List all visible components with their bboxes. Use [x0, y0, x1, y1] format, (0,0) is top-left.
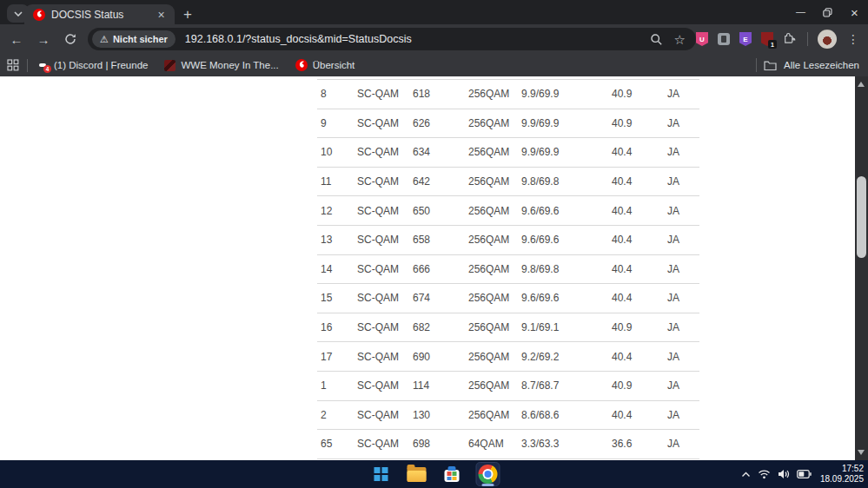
tray-chevron-up-icon[interactable] — [741, 472, 751, 478]
url-text: 192.168.0.1/?status_docsis&mid=StatusDoc… — [185, 33, 650, 45]
table-cell: 9.6/69.6 — [518, 205, 608, 217]
forward-button[interactable]: → — [34, 30, 53, 49]
folder-icon — [764, 60, 777, 71]
windows-logo-icon — [374, 467, 388, 481]
bookmark-star-icon[interactable]: ☆ — [674, 33, 686, 46]
table-cell: 9.1/69.1 — [518, 321, 608, 333]
table-cell: 40.9 — [608, 321, 664, 333]
table-cell: SC-QAM — [354, 321, 409, 333]
table-row: 16SC-QAM682256QAM9.1/69.140.9JA — [317, 313, 699, 342]
table-cell: 256QAM — [465, 205, 518, 217]
microsoft-store-button[interactable] — [440, 462, 464, 486]
extension-red-shield[interactable]: 1 — [761, 32, 773, 46]
scrollbar-thumb[interactable] — [857, 176, 866, 258]
restore-icon — [823, 8, 832, 17]
wifi-icon[interactable] — [758, 469, 771, 479]
start-button[interactable] — [368, 462, 393, 486]
extension-purple-shield-icon[interactable]: E — [739, 32, 752, 46]
table-row: 15SC-QAM674256QAM9.6/69.640.4JA — [317, 283, 699, 313]
table-cell: 8 — [317, 88, 354, 100]
restore-button[interactable] — [814, 0, 841, 24]
table-cell: 17 — [317, 351, 354, 363]
bookmark-label: WWE Money In The... — [181, 60, 278, 70]
chrome-icon — [478, 465, 497, 484]
bookmarks-right-separator — [756, 58, 757, 72]
table-row: 9SC-QAM626256QAM9.9/69.940.9JA — [317, 109, 699, 138]
table-cell: 690 — [409, 351, 465, 363]
table-cell: 698 — [409, 438, 465, 450]
table-cell: SC-QAM — [354, 146, 409, 158]
table-cell: JA — [664, 409, 699, 421]
docsis-channel-table: 8SC-QAM618256QAM9.9/69.940.9JA9SC-QAM626… — [317, 79, 699, 459]
bookmark-discord[interactable]: 4 (1) Discord | Freunde — [36, 59, 148, 71]
extension-gray-icon[interactable] — [718, 33, 730, 45]
table-cell: JA — [664, 146, 699, 158]
table-cell: 9.6/69.6 — [518, 292, 608, 304]
table-row: 14SC-QAM666256QAM9.8/69.840.4JA — [317, 254, 699, 284]
extensions-puzzle-icon[interactable] — [783, 32, 798, 47]
scroll-up-arrow-icon[interactable] — [858, 82, 865, 87]
table-row: 1SC-QAM114256QAM8.7/68.740.9JA — [317, 371, 699, 400]
extension-pink-shield-icon[interactable]: U — [696, 32, 708, 46]
scroll-down-arrow-icon[interactable] — [858, 450, 865, 455]
file-explorer-button[interactable] — [404, 462, 428, 486]
table-cell: 1 — [317, 379, 354, 392]
all-bookmarks-label: Alle Lesezeichen — [784, 60, 859, 70]
battery-icon[interactable] — [797, 470, 812, 478]
table-cell: 9.2/69.2 — [518, 351, 608, 363]
bookmark-uebersicht[interactable]: Übersicht — [295, 59, 355, 71]
table-cell: 666 — [409, 263, 465, 275]
table-cell: SC-QAM — [354, 117, 409, 129]
discord-favicon-icon: 4 — [36, 59, 49, 71]
minimize-button[interactable]: — — [787, 0, 814, 24]
vertical-scrollbar[interactable] — [855, 76, 868, 460]
bookmark-wwe[interactable]: WWE Money In The... — [164, 60, 278, 71]
extension-badge: 1 — [768, 40, 777, 49]
table-cell: SC-QAM — [354, 234, 409, 246]
table-cell: 256QAM — [465, 234, 518, 246]
zoom-icon[interactable] — [650, 33, 663, 46]
address-bar[interactable]: ⚠ Nicht sicher 192.168.0.1/?status_docsi… — [88, 28, 696, 50]
menu-button[interactable]: ⋮ — [846, 32, 860, 46]
security-label: Nicht sicher — [113, 34, 168, 44]
table-cell: 10 — [317, 146, 354, 158]
profile-avatar[interactable] — [818, 30, 837, 49]
table-cell: SC-QAM — [354, 351, 409, 363]
table-cell: 64QAM — [465, 438, 518, 450]
table-cell: 256QAM — [465, 175, 518, 188]
close-window-button[interactable]: × — [841, 0, 868, 24]
table-cell: 40.4 — [608, 292, 664, 304]
table-cell: 11 — [317, 175, 354, 188]
table-cell: SC-QAM — [354, 292, 409, 304]
table-cell: 65 — [317, 438, 354, 450]
table-cell: 114 — [409, 379, 465, 392]
table-cell: 40.9 — [608, 117, 664, 129]
table-cell: 9.9/69.9 — [518, 88, 608, 100]
table-cell: JA — [664, 205, 699, 217]
security-chip[interactable]: ⚠ Nicht sicher — [92, 30, 176, 48]
vodafone-favicon-icon — [33, 9, 45, 21]
tab-close-icon[interactable]: × — [154, 7, 169, 22]
nav-buttons: ← → — [0, 30, 88, 49]
table-cell: JA — [664, 263, 699, 275]
volume-icon[interactable] — [778, 469, 790, 479]
browser-window: DOCSIS Status × + — × ← → — [0, 0, 868, 488]
reload-button[interactable] — [61, 30, 80, 49]
table-cell: 9.8/69.8 — [518, 263, 608, 275]
table-cell: SC-QAM — [354, 205, 409, 217]
new-tab-button[interactable]: + — [177, 4, 198, 24]
tab-docsis-status[interactable]: DOCSIS Status × — [24, 4, 175, 24]
table-cell: 8.6/68.6 — [518, 409, 608, 421]
table-cell: JA — [664, 117, 699, 129]
extension-letter: E — [743, 36, 747, 43]
chrome-taskbar-button[interactable] — [475, 462, 500, 486]
apps-grid-icon[interactable] — [7, 59, 19, 71]
back-button[interactable]: ← — [7, 30, 26, 49]
table-cell: 40.4 — [608, 351, 664, 363]
table-cell: 256QAM — [465, 117, 518, 129]
all-bookmarks[interactable]: Alle Lesezeichen — [756, 58, 859, 72]
table-cell: JA — [664, 379, 699, 392]
bookmarks-bar: 4 (1) Discord | Freunde WWE Money In The… — [0, 54, 868, 76]
taskbar-clock[interactable]: 17:52 18.09.2025 — [818, 464, 864, 485]
table-cell: 256QAM — [465, 379, 518, 392]
